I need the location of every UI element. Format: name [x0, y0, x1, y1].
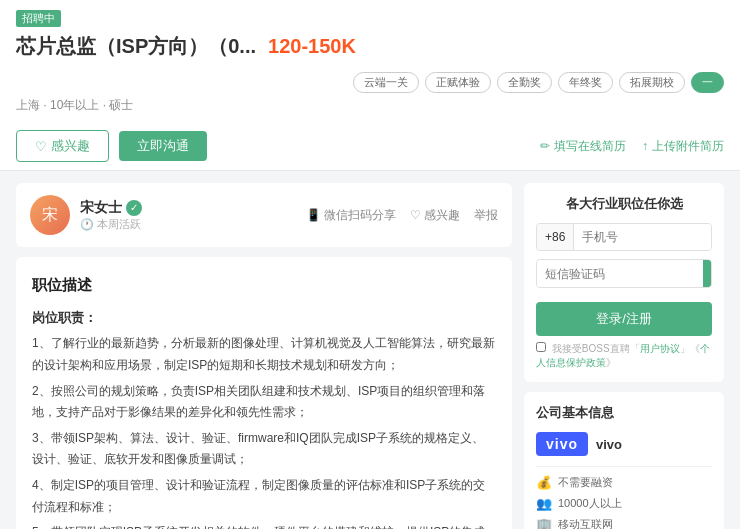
upload-icon: ↑ [642, 139, 648, 153]
industry-icon: 🏢 [536, 517, 552, 529]
tag-campus: 拓展期校 [619, 72, 685, 93]
phone-input-row: +86 [536, 223, 712, 251]
company-actions: 📱 微信扫码分享 ♡ 感兴趣 举报 [306, 207, 498, 224]
tag-cloud: 云端一关 [353, 72, 419, 93]
vivo-company-name: vivo [596, 437, 622, 452]
privacy-policy-link[interactable]: 个人信息保护政策 [536, 343, 710, 368]
code-input[interactable] [537, 261, 703, 287]
wechat-icon: 📱 [306, 208, 321, 222]
share-action[interactable]: 📱 微信扫码分享 [306, 207, 396, 224]
resp-item-4: 4、制定ISP的项目管理、设计和验证流程，制定图像质量的评估标准和ISP子系统的… [32, 475, 496, 518]
tag-bonus: 年终奖 [558, 72, 613, 93]
responsibilities-title: 岗位职责： [32, 306, 496, 329]
resp-item-1: 1、了解行业的最新趋势，分析最新的图像处理、计算机视觉及人工智能算法，研究最新的… [32, 333, 496, 376]
code-group: 发送验证码 [536, 259, 712, 288]
resp-item-5: 5、带领团队实现ISP子系统开发相关的软件、硬件平台的搭建和维护，提供ISP的集… [32, 522, 496, 529]
main-layout: 宋 宋女士 ✓ 🕐 本周活跃 📱 微信扫码分享 ♡ 感兴趣 [0, 171, 740, 529]
verified-icon: ✓ [126, 200, 142, 216]
funding-icon: 💰 [536, 475, 552, 490]
login-button[interactable]: 登录/注册 [536, 302, 712, 336]
interest-action[interactable]: ♡ 感兴趣 [410, 207, 460, 224]
agree-checkbox[interactable] [536, 342, 546, 352]
top-right-links: ✏ 填写在线简历 ↑ 上传附件简历 [540, 138, 724, 155]
form-title: 各大行业职位任你选 [536, 195, 712, 213]
interest-button[interactable]: ♡ 感兴趣 [16, 130, 109, 162]
tag-more: 一 [691, 72, 724, 93]
job-desc-card: 职位描述 岗位职责： 1、了解行业的最新趋势，分析最新的图像处理、计算机视觉及人… [16, 257, 512, 529]
person-name: 宋女士 [80, 199, 122, 217]
company-info-title: 公司基本信息 [536, 404, 712, 422]
user-agreement-link[interactable]: 用户协议 [640, 343, 680, 354]
company-detail-industry: 🏢 移动互联网 [536, 517, 712, 529]
send-code-button[interactable]: 发送验证码 [703, 260, 712, 287]
vivo-logo-icon: vivo [536, 432, 588, 456]
heart-icon: ♡ [35, 139, 47, 154]
job-meta: 上海 · 10年以上 · 硕士 [16, 97, 724, 114]
job-desc-title: 职位描述 [32, 271, 496, 298]
job-title: 芯片总监（ISP方向）（0... [16, 33, 256, 60]
left-panel: 宋 宋女士 ✓ 🕐 本周活跃 📱 微信扫码分享 ♡ 感兴趣 [16, 183, 512, 529]
resp-item-2: 2、按照公司的规划策略，负责ISP相关团队组建和技术规划、ISP项目的组织管理和… [32, 381, 496, 424]
tag-row: 云端一关 正赋体验 全勤奖 年终奖 拓展期校 一 [353, 72, 724, 93]
avatar: 宋 [30, 195, 70, 235]
top-bar: 招聘中 芯片总监（ISP方向）（0... 120-150K 云端一关 正赋体验 … [0, 0, 740, 171]
tag-attendance: 全勤奖 [497, 72, 552, 93]
edit-icon: ✏ [540, 139, 550, 153]
report-action[interactable]: 举报 [474, 207, 498, 224]
resp-item-3: 3、带领ISP架构、算法、设计、验证、firmware和IQ团队完成ISP子系统… [32, 428, 496, 471]
company-detail-funding: 💰 不需要融资 [536, 475, 712, 490]
recruiting-badge: 招聘中 [16, 10, 61, 27]
phone-prefix: +86 [537, 224, 574, 250]
agree-label: 我接受BOSS直聘「用户协议」《个人信息保护政策》 [536, 343, 710, 368]
online-resume-link[interactable]: ✏ 填写在线简历 [540, 138, 626, 155]
activity-status: 🕐 本周活跃 [80, 217, 142, 232]
phone-group: +86 [536, 223, 712, 251]
job-title-row: 芯片总监（ISP方向）（0... 120-150K 云端一关 正赋体验 全勤奖 … [16, 33, 724, 93]
phone-input[interactable] [574, 224, 711, 250]
tag-fulltime: 正赋体验 [425, 72, 491, 93]
vivo-logo: vivo vivo [536, 432, 712, 456]
salary: 120-150K [268, 35, 356, 58]
agree-text: 我接受BOSS直聘「用户协议」《个人信息保护政策》 [536, 342, 712, 370]
company-card: 宋 宋女士 ✓ 🕐 本周活跃 📱 微信扫码分享 ♡ 感兴趣 [16, 183, 512, 247]
attach-resume-link[interactable]: ↑ 上传附件简历 [642, 138, 724, 155]
contact-button[interactable]: 立即沟通 [119, 131, 207, 161]
size-icon: 👥 [536, 496, 552, 511]
heart-icon2: ♡ [410, 208, 421, 222]
code-input-row: 发送验证码 [536, 259, 712, 288]
form-card: 各大行业职位任你选 +86 发送验证码 登录/注册 我接受BOSS直聘「用户协议… [524, 183, 724, 382]
divider [536, 466, 712, 467]
action-row: ♡ 感兴趣 立即沟通 ✏ 填写在线简历 ↑ 上传附件简历 [16, 122, 724, 170]
company-info-card: 公司基本信息 vivo vivo 💰 不需要融资 👥 10000人以上 🏢 移动… [524, 392, 724, 529]
company-detail-size: 👥 10000人以上 [536, 496, 712, 511]
company-info: 宋女士 ✓ 🕐 本周活跃 [80, 199, 142, 232]
right-panel: 各大行业职位任你选 +86 发送验证码 登录/注册 我接受BOSS直聘「用户协议… [524, 183, 724, 529]
clock-icon: 🕐 [80, 218, 94, 230]
